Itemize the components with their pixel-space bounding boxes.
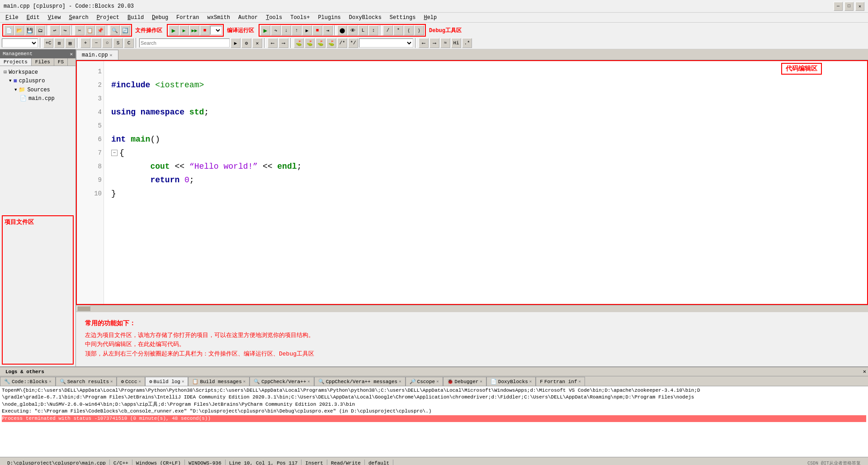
h-scrollbar[interactable]	[76, 305, 868, 312]
replace-button[interactable]: 🔄	[120, 25, 130, 35]
menu-project[interactable]: Project	[93, 14, 123, 22]
menu-file[interactable]: File	[2, 14, 22, 22]
misc-btn1[interactable]: /*	[337, 38, 347, 48]
tab-close-doxyblocks[interactable]: ✕	[529, 379, 532, 384]
tab-close-cccc[interactable]: ✕	[139, 379, 141, 384]
bookmark3[interactable]: ⛳	[316, 38, 326, 48]
tab-close-cppcheck[interactable]: ✕	[307, 379, 310, 384]
menu-plugins[interactable]: Plugins	[314, 14, 344, 22]
debug-step-over[interactable]: ↷	[271, 25, 281, 35]
menu-wxsmith[interactable]: wxSmith	[204, 14, 234, 22]
h-scroll-thumb[interactable]	[77, 306, 90, 311]
zoom-reset[interactable]: ○	[102, 38, 112, 48]
tab-close-debugger[interactable]: ✕	[480, 379, 482, 384]
menu-help[interactable]: Help	[420, 14, 440, 22]
debug-stop[interactable]: ■	[312, 25, 322, 35]
menu-doxyblocks[interactable]: DoxyBlocks	[345, 14, 385, 22]
menu-build[interactable]: Build	[124, 14, 147, 22]
bookmark2[interactable]: ⛳	[305, 38, 315, 48]
locals-button[interactable]: L	[358, 25, 368, 35]
bookmark4[interactable]: ⛳	[326, 38, 336, 48]
watches-button[interactable]: 👁	[348, 25, 358, 35]
search-clear[interactable]: ✕	[252, 38, 262, 48]
nav-prev[interactable]: ⟵	[419, 38, 429, 48]
stop-button[interactable]: ■	[200, 25, 210, 35]
nav-fwd[interactable]: ⟶	[278, 38, 288, 48]
nav-s[interactable]: S	[113, 38, 123, 48]
scope-combo[interactable]: <global>	[2, 38, 38, 47]
save-button[interactable]: 💾	[25, 25, 35, 35]
callstack-button[interactable]: ↕	[368, 25, 378, 35]
bottom-tab-cccc[interactable]: ⚙ Cccc ✕	[117, 377, 145, 386]
nav-back[interactable]: ⟵	[268, 38, 278, 48]
bottom-tab-cscope[interactable]: 🔎 Cscope ✕	[406, 377, 443, 386]
run-button[interactable]: ▶	[179, 25, 189, 35]
open-file-button[interactable]: 📂	[14, 25, 24, 35]
bottom-tab-cppcheckmsg[interactable]: 🔍 CppCheck/Vera++ messages ✕	[314, 377, 406, 386]
bottom-tab-codeblocks[interactable]: 🔧 Code::Blocks ✕	[0, 377, 56, 386]
tree-workspace[interactable]: ⊞ Workspace	[0, 68, 75, 76]
tab-files[interactable]: Files	[32, 58, 54, 66]
bottom-tab-cppcheck[interactable]: 🔍 CppCheck/Vera++ ✕	[250, 377, 314, 386]
bottom-tab-buildlog[interactable]: ⚙ Build log ✕	[145, 377, 188, 386]
management-close[interactable]: ✕	[70, 51, 73, 57]
view-toggle[interactable]: ⊞	[54, 38, 64, 48]
menu-debug[interactable]: Debug	[148, 14, 172, 22]
menu-tools-plus[interactable]: Tools+	[287, 14, 313, 22]
debug-step-out[interactable]: ↑	[292, 25, 302, 35]
bottom-tab-fortran[interactable]: F Fortran inf ✕	[536, 377, 585, 386]
menu-edit[interactable]: Edit	[23, 14, 43, 22]
bottom-close-btn[interactable]: ✕	[863, 368, 866, 375]
debug-continue[interactable]: ▶	[302, 25, 312, 35]
tree-sources[interactable]: ▼ 📁 Sources	[0, 85, 75, 94]
tab-close-codeblocks[interactable]: ✕	[49, 379, 51, 384]
debug-run-to[interactable]: ⇥	[323, 25, 333, 35]
build-config-combo[interactable]: Debug	[210, 26, 222, 35]
search-go-button[interactable]: ▶	[231, 38, 241, 48]
tab-close-buildlog[interactable]: ✕	[182, 379, 184, 384]
layout-button[interactable]: ▤	[65, 38, 75, 48]
new-class-button[interactable]: +C	[43, 38, 53, 48]
search-input[interactable]	[139, 38, 230, 47]
bottom-tab-search[interactable]: 🔍 Search results ✕	[56, 377, 117, 386]
search-options[interactable]: ⚙	[241, 38, 251, 48]
match-btn[interactable]: ≈	[440, 38, 450, 48]
debug-misc3[interactable]: ⟨	[404, 25, 414, 35]
debug-misc4[interactable]: ⟩	[414, 25, 424, 35]
menu-view[interactable]: View	[44, 14, 65, 22]
tab-close-search[interactable]: ✕	[110, 379, 113, 384]
zoom-out[interactable]: −	[91, 38, 101, 48]
nav-c[interactable]: C	[124, 38, 134, 48]
debug-start-button[interactable]: ▶	[260, 25, 270, 35]
bookmark1[interactable]: ⛳	[294, 38, 304, 48]
menu-author[interactable]: Author	[235, 14, 261, 22]
find-button[interactable]: 🔍	[110, 25, 120, 35]
tab-projects[interactable]: Projects	[0, 58, 32, 66]
bottom-tab-buildmsg[interactable]: 📋 Build messages ✕	[188, 377, 250, 386]
minimize-button[interactable]: —	[834, 2, 843, 11]
menu-search[interactable]: Search	[65, 14, 92, 22]
debug-misc1[interactable]: /	[383, 25, 393, 35]
undo-button[interactable]: ↩	[50, 25, 60, 35]
editor-tab-close[interactable]: ✕	[110, 52, 113, 58]
cut-button[interactable]: ✂	[75, 25, 85, 35]
copy-button[interactable]: 📋	[85, 25, 95, 35]
tab-close-cscope[interactable]: ✕	[436, 379, 439, 384]
zoom-in[interactable]: +	[80, 38, 90, 48]
regex-btn[interactable]: .*	[462, 38, 472, 48]
paste-button[interactable]: 📌	[95, 25, 105, 35]
tree-cpluspro[interactable]: ▼ ■ cpluspro	[0, 76, 75, 85]
nav-next[interactable]: ⟶	[429, 38, 439, 48]
close-button[interactable]: ✕	[855, 2, 864, 11]
save-all-button[interactable]: 🗂	[35, 25, 45, 35]
build-run-button[interactable]: ▶▶	[189, 25, 199, 35]
bottom-tab-doxyblocks[interactable]: 📄 DoxyBlocks ✕	[486, 377, 536, 386]
hi-btn[interactable]: Hi	[451, 38, 461, 48]
menu-tools[interactable]: Tools	[262, 14, 286, 22]
debug-step-into[interactable]: ↓	[281, 25, 291, 35]
new-file-button[interactable]: 📄	[4, 25, 14, 35]
tab-close-fortran[interactable]: ✕	[579, 379, 581, 384]
editor-tab-maincpp[interactable]: main.cpp ✕	[76, 50, 118, 60]
tree-maincpp[interactable]: 📄 main.cpp	[0, 94, 75, 103]
code-editor[interactable]: 1 2 3 4 5 6 7 8 9 10 #include <iostream>…	[76, 60, 868, 305]
